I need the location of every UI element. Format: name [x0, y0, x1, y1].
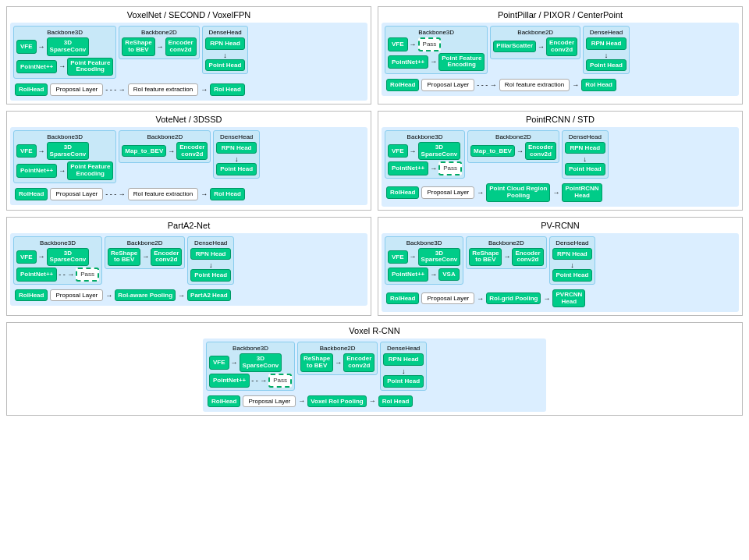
pp-ph: Point Head	[586, 59, 627, 72]
pa2-vfe: VFE	[16, 250, 37, 264]
pv-reshape: ReShapeto BEV	[469, 248, 502, 267]
pointpillar-title: PointPillar / PIXOR / CenterPoint	[382, 10, 739, 19]
vr-reshape: ReShapeto BEV	[300, 353, 333, 372]
pa2-head: PartA2 Head	[187, 289, 231, 302]
vr-pass: Pass	[268, 374, 292, 388]
pvrcnn-body: Backbone3D VFE → 3DSparseConv PointNet++…	[382, 233, 739, 313]
pa2-bb2d-label: Backbone2D	[108, 239, 182, 246]
pa2-roihead: RoIHead	[15, 289, 48, 302]
proposal-layer-box: Proposal Layer	[50, 83, 103, 96]
pointpillar-diagram: PointPillar / PIXOR / CenterPoint Backbo…	[378, 6, 743, 105]
roi-head-box: RoI Head	[210, 83, 245, 96]
pp-pass: Pass	[418, 37, 442, 51]
pp-enc: Encoderconv2d	[546, 37, 577, 56]
vfe-box: VFE	[16, 40, 37, 54]
pv-enc: Encoderconv2d	[512, 248, 543, 267]
pv-proposal: Proposal Layer	[421, 292, 474, 305]
pa2-proposal: Proposal Layer	[50, 289, 103, 302]
pa2-sc: 3DSparseConv	[47, 248, 90, 267]
pp-roi-feat: RoI feature extraction	[499, 79, 570, 91]
roihead-box: RoIHead	[15, 83, 48, 96]
prcnn-vfe: VFE	[388, 144, 408, 158]
pointnet-box: PointNet++	[16, 60, 57, 74]
pv-bb2d-label: Backbone2D	[469, 239, 543, 246]
votenet-title: VoteNet / 3DSSD	[10, 115, 367, 124]
pv-dense-label: DenseHead	[552, 239, 593, 246]
parta2-body: Backbone3D VFE → 3DSparseConv PointNet++…	[10, 233, 367, 307]
vn-map: Map_to_BEV	[122, 145, 166, 158]
voxelnet-dense-label: DenseHead	[205, 29, 246, 36]
vn-pfe: Point FeatureEncoding	[67, 161, 113, 180]
pp-pillar: PillarScatter	[493, 41, 536, 52]
vn-dense-label: DenseHead	[216, 133, 257, 140]
prcnn-dense-label: DenseHead	[565, 133, 605, 140]
voxelnet-body: Backbone3D VFE → 3DSparseConv PointNet++…	[10, 23, 367, 101]
vr-head: RoI Head	[378, 395, 414, 408]
vn-proposal: Proposal Layer	[50, 188, 103, 200]
vr-proposal: Proposal Layer	[243, 395, 296, 408]
vn-bb2d-label: Backbone2D	[122, 133, 208, 140]
vr-bb2d-label: Backbone2D	[300, 345, 374, 352]
pv-pn: PointNet++	[388, 268, 428, 282]
vn-rpn: RPN Head	[216, 142, 257, 154]
prcnn-ph: Point Head	[565, 163, 605, 175]
pp-bb2d-label: Backbone2D	[493, 29, 577, 36]
page: VoxelNet / SECOND / VoxelFPN Backbone3D …	[0, 0, 749, 422]
vn-enc: Encoderconv2d	[176, 142, 208, 161]
pp-proposal: Proposal Layer	[421, 79, 474, 91]
pv-vsa: VSA	[438, 268, 459, 281]
prcnn-head: PointRCNNHead	[562, 183, 602, 202]
vr-rpn: RPN Head	[383, 353, 424, 366]
voxelnet-bb3d-label: Backbone3D	[16, 29, 113, 36]
pv-head: PVRCNNHead	[552, 289, 585, 308]
vr-voxel-pool: Voxel RoI Pooling	[307, 395, 366, 408]
voxelrcnn-body: Backbone3D VFE → 3DSparseConv PointNet++…	[203, 338, 546, 412]
pa2-bb3d-label: Backbone3D	[16, 239, 99, 246]
prcnn-map: Map_to_BEV	[470, 145, 515, 158]
voxelnet-bb2d-label: Backbone2D	[122, 29, 196, 36]
pa2-ph: Point Head	[190, 269, 231, 282]
rpn-box: RPN Head	[205, 37, 246, 50]
prcnn-pool: Point Cloud RegionPooling	[486, 183, 550, 202]
pp-bb3d-label: Backbone3D	[388, 29, 485, 36]
pointrcnn-diagram: PointRCNN / STD Backbone3D VFE → 3DSpars…	[378, 111, 743, 211]
vn-bb3d-label: Backbone3D	[16, 133, 113, 140]
pp-rpn: RPN Head	[586, 37, 627, 50]
vr-dense-label: DenseHead	[383, 345, 424, 352]
parta2-diagram: PartA2-Net Backbone3D VFE → 3DSparseConv…	[6, 217, 371, 317]
diagram-grid: VoxelNet / SECOND / VoxelFPN Backbone3D …	[6, 6, 743, 416]
pv-vfe: VFE	[388, 250, 408, 264]
pp-pointnet: PointNet++	[388, 55, 428, 69]
roi-feat-box: RoI feature extraction	[128, 83, 198, 96]
prcnn-roihead: RoIHead	[386, 186, 419, 199]
pa2-pool: RoI-aware Pooling	[115, 289, 176, 302]
encoder-box: Encoderconv2d	[165, 37, 197, 56]
vn-sc: 3DSparseConv	[47, 142, 90, 161]
pp-dense-label: DenseHead	[586, 29, 627, 36]
voxelnet-title: VoxelNet / SECOND / VoxelFPN	[10, 10, 367, 19]
voxelnet-diagram: VoxelNet / SECOND / VoxelFPN Backbone3D …	[6, 6, 371, 105]
pa2-dense-label: DenseHead	[190, 239, 231, 246]
vr-vfe: VFE	[209, 356, 229, 370]
prcnn-sc: 3DSparseConv	[418, 142, 461, 161]
prcnn-enc: Encoderconv2d	[525, 142, 556, 161]
pv-roihead: RoIHead	[386, 292, 419, 305]
pv-rpn: RPN Head	[552, 248, 593, 261]
point-head-box: Point Head	[205, 59, 246, 72]
pv-ph: Point Head	[552, 269, 593, 282]
pa2-reshape: ReShapeto BEV	[108, 248, 140, 267]
voxelrcnn-diagram: Voxel R-CNN Backbone3D VFE → 3DSparseCon…	[6, 322, 743, 416]
vr-pn: PointNet++	[209, 374, 250, 388]
vr-enc: Encoderconv2d	[343, 353, 374, 372]
vn-roi-head: RoI Head	[210, 188, 245, 200]
prcnn-pass: Pass	[438, 161, 462, 175]
prcnn-pn: PointNet++	[388, 161, 428, 175]
pa2-pass: Pass	[76, 268, 99, 282]
vr-bb3d-label: Backbone3D	[209, 345, 292, 352]
vr-roihead: RoIHead	[208, 395, 240, 408]
pa2-rpn: RPN Head	[190, 248, 231, 261]
prcnn-bb2d-label: Backbone2D	[470, 133, 556, 140]
vn-pn: PointNet++	[16, 164, 57, 178]
votenet-diagram: VoteNet / 3DSSD Backbone3D VFE → 3DSpars…	[6, 111, 371, 211]
prcnn-bb3d-label: Backbone3D	[388, 133, 462, 140]
